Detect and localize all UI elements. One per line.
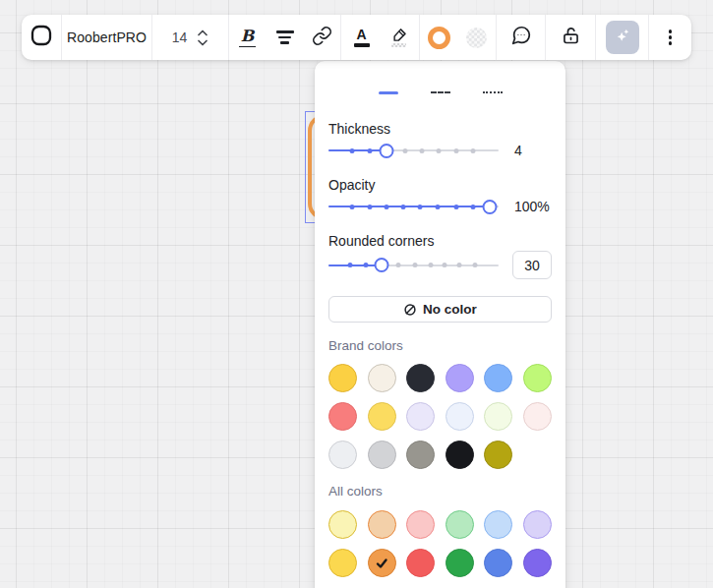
no-color-button[interactable]: No color: [328, 296, 552, 323]
thickness-slider[interactable]: [328, 143, 499, 158]
rounded-corners-stop[interactable]: [428, 263, 433, 267]
opacity-row: 100%: [328, 199, 552, 214]
fill-color-button[interactable]: [460, 21, 494, 54]
thickness-row: 4: [328, 143, 552, 158]
brand-color-swatch[interactable]: [523, 402, 552, 431]
stroke-color-button[interactable]: [423, 21, 456, 54]
brand-color-swatch[interactable]: [406, 441, 435, 469]
brand-color-swatch[interactable]: [446, 441, 474, 469]
opacity-stop[interactable]: [350, 205, 355, 209]
opacity-stop[interactable]: [418, 205, 423, 209]
no-color-label: No color: [423, 302, 477, 317]
stroke-color-ring-icon: [428, 27, 450, 49]
brand-colors-grid: [328, 364, 552, 469]
font-family-section: RoobertPRO: [62, 15, 152, 60]
rounded-corners-handle[interactable]: [374, 258, 388, 272]
brand-color-swatch[interactable]: [446, 402, 474, 431]
line-style-dotted[interactable]: [473, 85, 512, 100]
magic-wand-button[interactable]: [606, 21, 639, 54]
rounded-corners-stop[interactable]: [348, 263, 353, 267]
all-color-swatch[interactable]: [406, 549, 435, 577]
text-align-button[interactable]: [268, 21, 302, 54]
brand-color-swatch[interactable]: [484, 402, 512, 431]
link-button[interactable]: [306, 21, 339, 54]
thickness-stop[interactable]: [350, 148, 355, 153]
all-color-swatch[interactable]: [484, 549, 512, 577]
thickness-stop[interactable]: [420, 148, 425, 153]
all-color-swatch[interactable]: [523, 510, 552, 539]
comment-button[interactable]: [505, 21, 538, 54]
thickness-label: Thickness: [328, 121, 552, 137]
brand-color-swatch[interactable]: [368, 402, 396, 431]
thickness-stop[interactable]: [437, 148, 442, 153]
brand-colors-label: Brand colors: [328, 338, 552, 353]
highlight-color-button[interactable]: [383, 21, 416, 54]
line-style-solid[interactable]: [369, 85, 408, 100]
all-color-swatch[interactable]: [446, 549, 474, 577]
thickness-stop[interactable]: [471, 148, 476, 153]
all-color-swatch[interactable]: [328, 549, 357, 577]
thickness-stop[interactable]: [402, 148, 407, 153]
more-options-button[interactable]: [654, 21, 687, 54]
comment-section: [497, 15, 546, 60]
font-size-value[interactable]: 14: [172, 29, 188, 45]
thickness-stop[interactable]: [367, 148, 372, 153]
brand-color-row: [328, 441, 552, 469]
font-size-stepper: [197, 29, 208, 46]
brand-color-swatch[interactable]: [406, 402, 435, 431]
all-color-swatch[interactable]: [328, 510, 357, 539]
rounded-corners-stop[interactable]: [364, 263, 369, 267]
text-color-button[interactable]: A: [345, 21, 379, 54]
brand-color-swatch[interactable]: [484, 441, 512, 469]
opacity-stop[interactable]: [384, 205, 388, 209]
thickness-handle[interactable]: [379, 144, 393, 158]
opacity-slider[interactable]: [328, 199, 499, 214]
brand-color-swatch[interactable]: [406, 364, 435, 392]
font-family-selector[interactable]: RoobertPRO: [67, 29, 147, 45]
rounded-corners-stop[interactable]: [413, 263, 418, 267]
all-color-swatch-selected[interactable]: [368, 549, 396, 577]
brand-color-swatch[interactable]: [446, 364, 474, 392]
squircle-shape-icon: [30, 24, 53, 51]
brand-color-row: [328, 364, 552, 392]
opacity-stop[interactable]: [367, 205, 372, 209]
chevron-up-icon[interactable]: [197, 29, 208, 36]
brand-color-swatch[interactable]: [484, 364, 512, 392]
text-color-section: A: [341, 15, 420, 60]
transparent-fill-icon: [466, 28, 487, 48]
brand-color-swatch[interactable]: [368, 441, 396, 469]
all-color-swatch[interactable]: [446, 510, 474, 539]
opacity-stop[interactable]: [471, 205, 476, 209]
chevron-down-icon[interactable]: [197, 39, 208, 46]
line-style-dashed[interactable]: [421, 85, 460, 100]
kebab-menu-icon: [669, 29, 672, 45]
brand-color-swatch[interactable]: [328, 364, 357, 392]
lock-button[interactable]: [554, 21, 587, 54]
brand-color-swatch[interactable]: [523, 364, 552, 392]
opacity-handle[interactable]: [483, 200, 498, 214]
all-color-swatch[interactable]: [406, 510, 435, 539]
no-color-icon: [403, 303, 417, 317]
rounded-corners-stop[interactable]: [442, 263, 446, 267]
magic-section: [596, 15, 649, 60]
rounded-corners-stop[interactable]: [395, 263, 400, 267]
brand-color-swatch[interactable]: [368, 364, 396, 392]
rounded-corners-slider[interactable]: [328, 258, 499, 273]
all-color-swatch[interactable]: [484, 510, 512, 539]
sparkle-icon: [613, 26, 632, 49]
opacity-stop[interactable]: [401, 205, 406, 209]
line-style-group: [328, 85, 552, 100]
brand-color-swatch[interactable]: [328, 402, 357, 431]
opacity-value: 100%: [514, 199, 550, 214]
bold-button[interactable]: B: [231, 21, 265, 54]
opacity-stop[interactable]: [435, 205, 440, 209]
rounded-corners-stop[interactable]: [457, 263, 462, 267]
shape-type-button[interactable]: [25, 21, 58, 54]
all-color-swatch[interactable]: [523, 549, 552, 577]
brand-color-swatch[interactable]: [328, 441, 357, 469]
rounded-corners-stop[interactable]: [472, 263, 477, 267]
opacity-stop[interactable]: [453, 205, 458, 209]
thickness-stop[interactable]: [453, 148, 458, 153]
rounded-corners-input[interactable]: [512, 251, 552, 279]
all-color-swatch[interactable]: [368, 510, 396, 539]
